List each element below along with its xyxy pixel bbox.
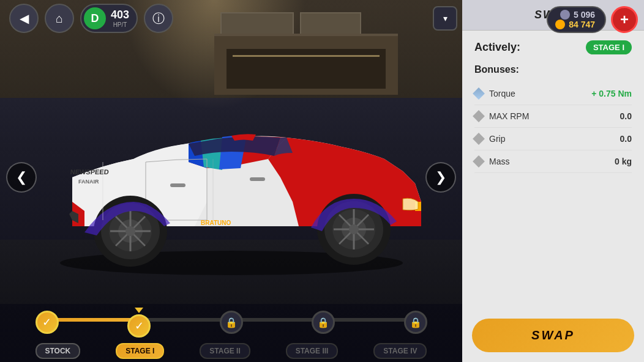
hp-t-value: 403 xyxy=(111,9,129,21)
svg-rect-2 xyxy=(250,177,265,181)
svg-text:BRATUNO: BRATUNO xyxy=(201,220,231,226)
svg-point-21 xyxy=(125,226,135,236)
car-svg: NEWSPEED FANAIR BRATUNO xyxy=(23,79,440,275)
stage1-check-icon: ✓ xyxy=(135,319,144,333)
currency-bar: 5 096 84 747 + xyxy=(547,6,638,33)
grade-badge: D 403 HP/T xyxy=(80,4,138,33)
info-icon: ⓘ xyxy=(152,10,165,27)
stage-bar: ✓ ✓ 🔒 🔒 🔒 STOCK STAGE I xyxy=(0,304,462,362)
silver-coin-icon xyxy=(560,10,570,20)
right-panel: SWAP Actively: STAGE I Bonuses: Torque +… xyxy=(462,0,644,362)
top-navigation-bar: ◀ ⌂ D 403 HP/T ⓘ xyxy=(0,0,462,37)
silver-row: 5 096 xyxy=(560,10,595,20)
svg-text:FANAIR: FANAIR xyxy=(78,179,99,185)
back-button[interactable]: ◀ xyxy=(9,4,39,33)
stage-label-4[interactable]: STAGE IV xyxy=(373,343,427,359)
gold-coin-icon xyxy=(555,20,565,29)
svg-text:NEWSPEED: NEWSPEED xyxy=(70,168,109,175)
currency-group: 5 096 84 747 xyxy=(547,6,606,33)
stage-label-3[interactable]: STAGE III xyxy=(286,343,339,359)
lock-icon-4: 🔒 xyxy=(410,317,422,328)
back-icon: ◀ xyxy=(20,11,29,26)
grade-circle: D xyxy=(84,7,106,29)
prev-car-button[interactable]: ❮ xyxy=(6,162,37,193)
svg-point-12 xyxy=(349,224,359,234)
home-icon: ⌂ xyxy=(56,12,63,26)
lock-icon-3: 🔒 xyxy=(317,317,329,328)
grip-label: Grip xyxy=(489,134,614,144)
mass-label: Mass xyxy=(489,157,608,166)
grade-info: 403 HP/T xyxy=(111,9,129,28)
bonuses-title: Bonuses: xyxy=(474,64,632,75)
stage-node-1-container: ✓ xyxy=(127,308,151,338)
stage-node-stock[interactable]: ✓ xyxy=(36,311,59,334)
torque-value: + 0.75 Nm xyxy=(591,89,632,98)
mass-diamond-icon xyxy=(473,155,485,168)
stage-node-1[interactable]: ✓ xyxy=(127,314,151,338)
stage-label-stock[interactable]: STOCK xyxy=(36,343,81,359)
stage-progress-container: ✓ ✓ 🔒 🔒 🔒 xyxy=(36,308,427,338)
rpm-value: 0.0 xyxy=(620,111,632,121)
bonus-row-torque: Torque + 0.75 Nm xyxy=(474,83,632,105)
stage-node-4[interactable]: 🔒 xyxy=(404,311,427,334)
rpm-diamond-icon xyxy=(473,110,485,122)
arrow-left-icon: ❮ xyxy=(16,169,27,185)
bonus-row-grip: Grip 0.0 xyxy=(474,128,632,150)
arrow-right-icon: ❯ xyxy=(435,169,446,185)
stage-label-2[interactable]: STAGE II xyxy=(200,343,250,359)
stage-nodes: ✓ ✓ 🔒 🔒 🔒 xyxy=(36,308,427,338)
car-image: NEWSPEED FANAIR BRATUNO xyxy=(0,49,462,306)
torque-diamond-icon xyxy=(473,87,485,100)
car-display-area: ❮ xyxy=(0,49,462,306)
dropdown-icon: ▾ xyxy=(443,13,447,23)
grip-value: 0.0 xyxy=(620,134,632,144)
panel-content: Actively: STAGE I Bonuses: Torque + 0.75… xyxy=(462,31,644,309)
bonus-row-rpm: MAX RPM 0.0 xyxy=(474,105,632,128)
grip-diamond-icon xyxy=(473,133,485,145)
stage-node-2[interactable]: 🔒 xyxy=(220,311,243,334)
home-button[interactable]: ⌂ xyxy=(45,4,74,33)
swap-button[interactable]: SWAP xyxy=(472,319,634,352)
rpm-label: MAX RPM xyxy=(489,111,614,121)
hp-t-unit: HP/T xyxy=(113,21,127,28)
bonus-row-mass: Mass 0 kg xyxy=(474,150,632,173)
dropdown-button[interactable]: ▾ xyxy=(433,6,457,31)
torque-label: Torque xyxy=(489,89,585,98)
next-car-button[interactable]: ❯ xyxy=(425,162,456,193)
lock-icon-2: 🔒 xyxy=(225,317,238,328)
active-stage-badge: STAGE I xyxy=(586,40,632,54)
svg-rect-1 xyxy=(170,183,185,187)
info-button[interactable]: ⓘ xyxy=(144,4,173,33)
gold-row: 84 747 xyxy=(555,20,595,29)
stage-labels: STOCK STAGE I STAGE II STAGE III STAGE I… xyxy=(36,343,427,359)
panel-footer: SWAP xyxy=(462,309,644,362)
grade-letter: D xyxy=(91,12,99,25)
stage-node-3[interactable]: 🔒 xyxy=(312,311,335,334)
add-icon: + xyxy=(620,11,629,28)
actively-label: Actively: xyxy=(474,41,520,54)
gold-amount: 84 747 xyxy=(569,20,595,29)
stock-check-icon: ✓ xyxy=(42,316,51,329)
stage-indicator-arrow xyxy=(135,308,143,313)
stage-label-1[interactable]: STAGE I xyxy=(116,343,164,359)
add-currency-button[interactable]: + xyxy=(611,6,638,33)
silver-amount: 5 096 xyxy=(574,10,595,20)
actively-row: Actively: STAGE I xyxy=(474,40,632,54)
mass-value: 0 kg xyxy=(615,157,632,166)
